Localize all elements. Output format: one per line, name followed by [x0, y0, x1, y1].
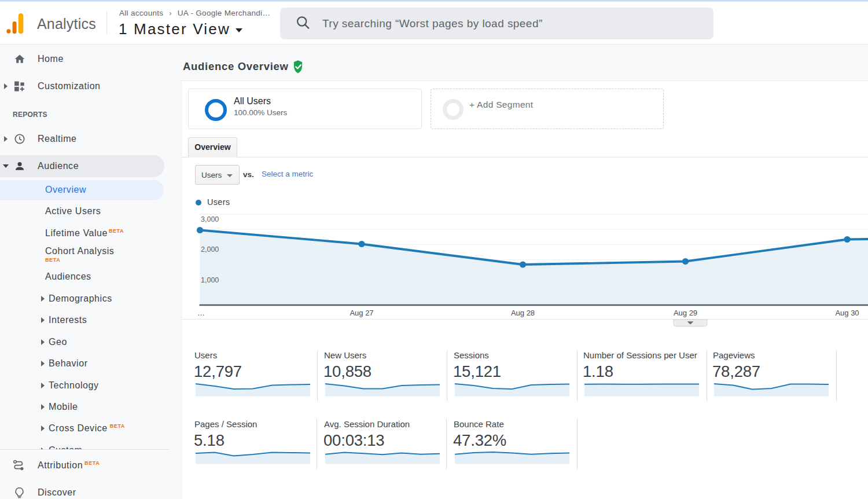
svg-text:…: …: [197, 309, 205, 317]
svg-text:2,000: 2,000: [201, 245, 219, 254]
svg-text:Aug 30: Aug 30: [835, 309, 859, 317]
svg-text:1,000: 1,000: [201, 276, 219, 284]
svg-text:Aug 27: Aug 27: [350, 309, 373, 317]
svg-text:Aug 28: Aug 28: [511, 309, 535, 317]
svg-text:Aug 29: Aug 29: [674, 309, 697, 317]
svg-text:3,000: 3,000: [201, 215, 219, 223]
